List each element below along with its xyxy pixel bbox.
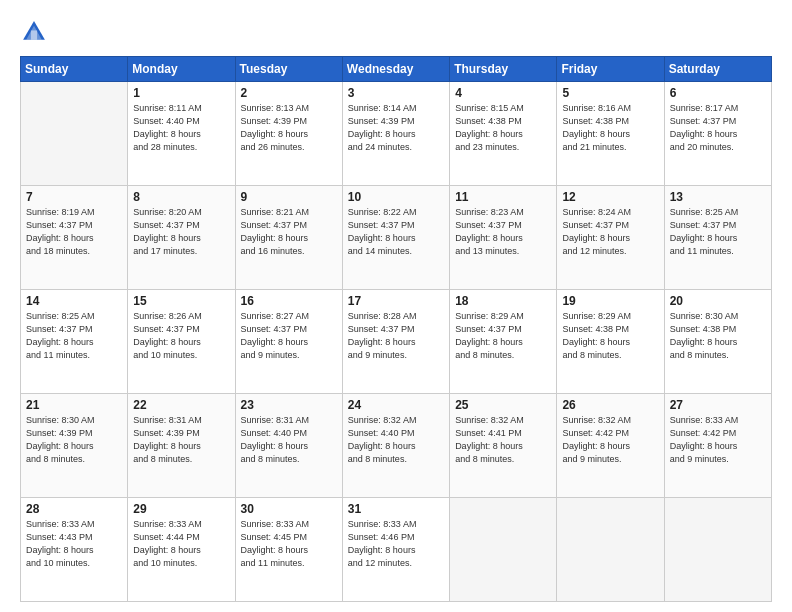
calendar-cell: 13Sunrise: 8:25 AM Sunset: 4:37 PM Dayli… (664, 186, 771, 290)
calendar-table: SundayMondayTuesdayWednesdayThursdayFrid… (20, 56, 772, 602)
logo (20, 18, 52, 46)
calendar-cell: 14Sunrise: 8:25 AM Sunset: 4:37 PM Dayli… (21, 290, 128, 394)
day-info: Sunrise: 8:14 AM Sunset: 4:39 PM Dayligh… (348, 102, 444, 154)
calendar-cell: 7Sunrise: 8:19 AM Sunset: 4:37 PM Daylig… (21, 186, 128, 290)
day-info: Sunrise: 8:31 AM Sunset: 4:40 PM Dayligh… (241, 414, 337, 466)
calendar-week-5: 28Sunrise: 8:33 AM Sunset: 4:43 PM Dayli… (21, 498, 772, 602)
day-info: Sunrise: 8:28 AM Sunset: 4:37 PM Dayligh… (348, 310, 444, 362)
day-number: 5 (562, 86, 658, 100)
calendar-header-sunday: Sunday (21, 57, 128, 82)
day-number: 3 (348, 86, 444, 100)
calendar-cell: 4Sunrise: 8:15 AM Sunset: 4:38 PM Daylig… (450, 82, 557, 186)
day-number: 18 (455, 294, 551, 308)
day-info: Sunrise: 8:15 AM Sunset: 4:38 PM Dayligh… (455, 102, 551, 154)
day-info: Sunrise: 8:29 AM Sunset: 4:38 PM Dayligh… (562, 310, 658, 362)
calendar-cell (450, 498, 557, 602)
calendar-cell: 23Sunrise: 8:31 AM Sunset: 4:40 PM Dayli… (235, 394, 342, 498)
day-info: Sunrise: 8:21 AM Sunset: 4:37 PM Dayligh… (241, 206, 337, 258)
day-info: Sunrise: 8:25 AM Sunset: 4:37 PM Dayligh… (26, 310, 122, 362)
calendar-cell: 2Sunrise: 8:13 AM Sunset: 4:39 PM Daylig… (235, 82, 342, 186)
calendar-cell: 9Sunrise: 8:21 AM Sunset: 4:37 PM Daylig… (235, 186, 342, 290)
day-info: Sunrise: 8:16 AM Sunset: 4:38 PM Dayligh… (562, 102, 658, 154)
day-number: 14 (26, 294, 122, 308)
day-number: 12 (562, 190, 658, 204)
calendar-cell: 5Sunrise: 8:16 AM Sunset: 4:38 PM Daylig… (557, 82, 664, 186)
day-info: Sunrise: 8:30 AM Sunset: 4:38 PM Dayligh… (670, 310, 766, 362)
calendar-cell: 28Sunrise: 8:33 AM Sunset: 4:43 PM Dayli… (21, 498, 128, 602)
calendar-header-thursday: Thursday (450, 57, 557, 82)
day-info: Sunrise: 8:19 AM Sunset: 4:37 PM Dayligh… (26, 206, 122, 258)
day-info: Sunrise: 8:33 AM Sunset: 4:45 PM Dayligh… (241, 518, 337, 570)
day-number: 19 (562, 294, 658, 308)
day-number: 15 (133, 294, 229, 308)
day-number: 1 (133, 86, 229, 100)
day-info: Sunrise: 8:26 AM Sunset: 4:37 PM Dayligh… (133, 310, 229, 362)
day-info: Sunrise: 8:13 AM Sunset: 4:39 PM Dayligh… (241, 102, 337, 154)
calendar-cell: 22Sunrise: 8:31 AM Sunset: 4:39 PM Dayli… (128, 394, 235, 498)
day-number: 17 (348, 294, 444, 308)
calendar-cell (557, 498, 664, 602)
calendar-cell: 20Sunrise: 8:30 AM Sunset: 4:38 PM Dayli… (664, 290, 771, 394)
day-number: 9 (241, 190, 337, 204)
calendar-cell: 10Sunrise: 8:22 AM Sunset: 4:37 PM Dayli… (342, 186, 449, 290)
calendar-week-2: 7Sunrise: 8:19 AM Sunset: 4:37 PM Daylig… (21, 186, 772, 290)
calendar-header-wednesday: Wednesday (342, 57, 449, 82)
day-info: Sunrise: 8:29 AM Sunset: 4:37 PM Dayligh… (455, 310, 551, 362)
day-number: 30 (241, 502, 337, 516)
day-info: Sunrise: 8:24 AM Sunset: 4:37 PM Dayligh… (562, 206, 658, 258)
calendar-cell (21, 82, 128, 186)
calendar-week-4: 21Sunrise: 8:30 AM Sunset: 4:39 PM Dayli… (21, 394, 772, 498)
day-info: Sunrise: 8:33 AM Sunset: 4:42 PM Dayligh… (670, 414, 766, 466)
day-number: 11 (455, 190, 551, 204)
calendar-cell (664, 498, 771, 602)
day-number: 16 (241, 294, 337, 308)
day-number: 13 (670, 190, 766, 204)
day-number: 31 (348, 502, 444, 516)
day-number: 25 (455, 398, 551, 412)
calendar-cell: 29Sunrise: 8:33 AM Sunset: 4:44 PM Dayli… (128, 498, 235, 602)
day-info: Sunrise: 8:33 AM Sunset: 4:44 PM Dayligh… (133, 518, 229, 570)
day-number: 8 (133, 190, 229, 204)
calendar-cell: 19Sunrise: 8:29 AM Sunset: 4:38 PM Dayli… (557, 290, 664, 394)
calendar-cell: 26Sunrise: 8:32 AM Sunset: 4:42 PM Dayli… (557, 394, 664, 498)
calendar-cell: 15Sunrise: 8:26 AM Sunset: 4:37 PM Dayli… (128, 290, 235, 394)
day-info: Sunrise: 8:20 AM Sunset: 4:37 PM Dayligh… (133, 206, 229, 258)
day-info: Sunrise: 8:32 AM Sunset: 4:41 PM Dayligh… (455, 414, 551, 466)
day-number: 20 (670, 294, 766, 308)
calendar-cell: 21Sunrise: 8:30 AM Sunset: 4:39 PM Dayli… (21, 394, 128, 498)
day-number: 21 (26, 398, 122, 412)
day-info: Sunrise: 8:27 AM Sunset: 4:37 PM Dayligh… (241, 310, 337, 362)
day-info: Sunrise: 8:11 AM Sunset: 4:40 PM Dayligh… (133, 102, 229, 154)
day-info: Sunrise: 8:33 AM Sunset: 4:46 PM Dayligh… (348, 518, 444, 570)
calendar-cell: 18Sunrise: 8:29 AM Sunset: 4:37 PM Dayli… (450, 290, 557, 394)
calendar-cell: 31Sunrise: 8:33 AM Sunset: 4:46 PM Dayli… (342, 498, 449, 602)
calendar-cell: 8Sunrise: 8:20 AM Sunset: 4:37 PM Daylig… (128, 186, 235, 290)
page: SundayMondayTuesdayWednesdayThursdayFrid… (0, 0, 792, 612)
calendar-cell: 24Sunrise: 8:32 AM Sunset: 4:40 PM Dayli… (342, 394, 449, 498)
day-info: Sunrise: 8:23 AM Sunset: 4:37 PM Dayligh… (455, 206, 551, 258)
day-info: Sunrise: 8:25 AM Sunset: 4:37 PM Dayligh… (670, 206, 766, 258)
calendar-week-3: 14Sunrise: 8:25 AM Sunset: 4:37 PM Dayli… (21, 290, 772, 394)
day-info: Sunrise: 8:33 AM Sunset: 4:43 PM Dayligh… (26, 518, 122, 570)
calendar-cell: 6Sunrise: 8:17 AM Sunset: 4:37 PM Daylig… (664, 82, 771, 186)
day-number: 28 (26, 502, 122, 516)
day-number: 10 (348, 190, 444, 204)
day-number: 4 (455, 86, 551, 100)
day-info: Sunrise: 8:31 AM Sunset: 4:39 PM Dayligh… (133, 414, 229, 466)
day-number: 6 (670, 86, 766, 100)
day-number: 27 (670, 398, 766, 412)
calendar-header-row: SundayMondayTuesdayWednesdayThursdayFrid… (21, 57, 772, 82)
day-info: Sunrise: 8:30 AM Sunset: 4:39 PM Dayligh… (26, 414, 122, 466)
day-number: 2 (241, 86, 337, 100)
day-info: Sunrise: 8:22 AM Sunset: 4:37 PM Dayligh… (348, 206, 444, 258)
calendar-cell: 25Sunrise: 8:32 AM Sunset: 4:41 PM Dayli… (450, 394, 557, 498)
logo-icon (20, 18, 48, 46)
calendar-header-friday: Friday (557, 57, 664, 82)
calendar-header-saturday: Saturday (664, 57, 771, 82)
calendar-cell: 1Sunrise: 8:11 AM Sunset: 4:40 PM Daylig… (128, 82, 235, 186)
day-number: 26 (562, 398, 658, 412)
calendar-week-1: 1Sunrise: 8:11 AM Sunset: 4:40 PM Daylig… (21, 82, 772, 186)
calendar-cell: 17Sunrise: 8:28 AM Sunset: 4:37 PM Dayli… (342, 290, 449, 394)
day-number: 23 (241, 398, 337, 412)
calendar-header-monday: Monday (128, 57, 235, 82)
